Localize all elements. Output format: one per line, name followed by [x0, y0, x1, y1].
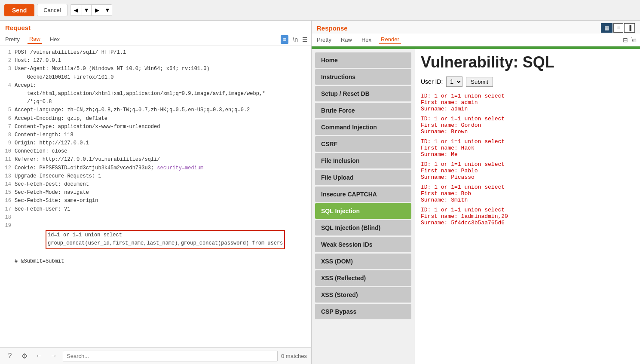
- line-3: 3 User-Agent: Mozilla/5.0 (Windows NT 10…: [4, 65, 307, 81]
- result-2-surname: Surname: Brown: [421, 128, 634, 135]
- tab-icons: ≡ \n ☰: [281, 35, 308, 44]
- result-5-id: ID: 1 or 1=1 union select: [421, 184, 634, 190]
- request-header: Request: [0, 21, 311, 33]
- page-title: Vulnerability: SQL: [421, 53, 634, 71]
- result-2-firstname: First name: Gordon: [421, 122, 634, 128]
- next-button[interactable]: ▶: [92, 5, 103, 15]
- response-tab-bar: Pretty Raw Hex Render ⊟ \n: [312, 34, 640, 46]
- tab-pretty[interactable]: Pretty: [3, 35, 21, 43]
- line-4: 4 Accept: text/html,application/xhtml+xm…: [4, 82, 307, 107]
- nav-home[interactable]: Home: [315, 52, 411, 68]
- menu-icon-button[interactable]: ☰: [302, 36, 308, 43]
- request-footer: ? ⚙ ← → 0 matches: [0, 347, 311, 364]
- view-grid-button[interactable]: ▦: [601, 23, 612, 33]
- nav-brute-force[interactable]: Brute Force: [315, 103, 411, 118]
- result-3-id: ID: 1 or 1=1 union select: [421, 138, 634, 145]
- search-input[interactable]: [63, 351, 278, 361]
- response-newline-button[interactable]: \n: [631, 37, 637, 43]
- line-16: 16 Sec-Fetch-Site: same-origin: [4, 197, 307, 205]
- response-tab-raw[interactable]: Raw: [339, 36, 354, 44]
- nav-weak-session-ids[interactable]: Weak Session IDs: [315, 237, 411, 252]
- view-col-button[interactable]: ▐: [624, 23, 635, 33]
- user-id-row: User ID: 1 2 3 Submit: [421, 76, 634, 87]
- line-5: 5 Accept-Language: zh-CN,zh;q=0.8,zh-TW;…: [4, 106, 307, 114]
- line-11: 11 Referer: http://127.0.0.1/vulnerabili…: [4, 156, 307, 164]
- nav-xss-dom[interactable]: XSS (DOM): [315, 254, 411, 269]
- tab-hex[interactable]: Hex: [48, 35, 61, 43]
- nav-sql-injection-blind[interactable]: SQL Injection (Blind): [315, 220, 411, 236]
- result-5-surname: Surname: Smith: [421, 197, 634, 203]
- line-8: 8 Content-Length: 118: [4, 131, 307, 139]
- response-panel: Response ▦ ≡ ▐ Pretty Raw Hex Render ⊟ \…: [312, 21, 640, 364]
- result-1: ID: 1 or 1=1 union select First name: ad…: [421, 93, 634, 112]
- dvwa-sidebar: Home Instructions Setup / Reset DB Brute…: [312, 49, 415, 364]
- line-9: 9 Origin: http://127.0.0.1: [4, 139, 307, 147]
- nav-sql-injection[interactable]: SQL Injection: [315, 203, 411, 219]
- dvwa-main-content: Vulnerability: SQL User ID: 1 2 3 Submit…: [415, 49, 640, 364]
- result-2-id: ID: 1 or 1=1 union select: [421, 116, 634, 122]
- send-button[interactable]: Send: [4, 4, 34, 16]
- main-layout: Request Pretty Raw Hex ≡ \n ☰ 1 POST /vu…: [0, 21, 640, 364]
- nav-instructions[interactable]: Instructions: [315, 69, 411, 85]
- line-13: 13 Upgrade-Insecure-Requests: 1: [4, 172, 307, 180]
- newline-icon-button[interactable]: \n: [293, 36, 298, 43]
- result-5: ID: 1 or 1=1 union select First name: Bo…: [421, 184, 634, 203]
- result-4-surname: Surname: Picasso: [421, 174, 634, 180]
- response-content: Pretty Raw Hex Render ⊟ \n Home Instruct…: [312, 34, 640, 364]
- result-3: ID: 1 or 1=1 union select First name: Ha…: [421, 138, 634, 158]
- line-14: 14 Sec-Fetch-Dest: document: [4, 180, 307, 189]
- view-list-button[interactable]: ≡: [613, 23, 623, 33]
- cancel-button[interactable]: Cancel: [37, 4, 67, 16]
- tab-raw[interactable]: Raw: [28, 35, 42, 44]
- match-count: 0 matches: [281, 353, 307, 359]
- line-7: 7 Content-Type: application/x-www-form-u…: [4, 123, 307, 131]
- result-4-firstname: First name: Pablo: [421, 168, 634, 174]
- nav-insecure-captcha[interactable]: Insecure CAPTCHA: [315, 187, 411, 202]
- response-header: Response: [317, 24, 348, 32]
- line-6: 6 Accept-Encoding: gzip, deflate: [4, 115, 307, 123]
- line-15: 15 Sec-Fetch-Mode: navigate: [4, 189, 307, 197]
- submit-button[interactable]: Submit: [466, 77, 493, 87]
- line-1: 1 POST /vulnerabilities/sqli/ HTTP/1.1: [4, 49, 307, 57]
- help-icon-button[interactable]: ?: [4, 350, 15, 361]
- nav-command-injection[interactable]: Command Injection: [315, 119, 411, 135]
- forward-icon-button[interactable]: →: [48, 350, 59, 361]
- request-content: 1 POST /vulnerabilities/sqli/ HTTP/1.1 2…: [0, 46, 311, 347]
- result-4-id: ID: 1 or 1=1 union select: [421, 161, 634, 168]
- nav-setup-reset-db[interactable]: Setup / Reset DB: [315, 86, 411, 101]
- nav-csp-bypass[interactable]: CSP Bypass: [315, 304, 411, 319]
- response-tab-hex[interactable]: Hex: [360, 36, 373, 44]
- copy-icon-button[interactable]: ≡: [281, 35, 288, 44]
- result-5-firstname: First name: Bob: [421, 190, 634, 197]
- result-6-surname: Surname: 5f4dcc3b5aa765d6: [421, 220, 634, 226]
- nav-button-group: ◀ ▼ ▶ ▼: [70, 4, 113, 16]
- result-6: ID: 1 or 1=1 union select First name: 1a…: [421, 207, 634, 226]
- response-tab-render[interactable]: Render: [379, 35, 401, 44]
- result-4: ID: 1 or 1=1 union select First name: Pa…: [421, 161, 634, 180]
- settings-icon-button[interactable]: ⚙: [19, 350, 30, 361]
- line-17: 17 Sec-Fetch-User: ?1: [4, 205, 307, 214]
- line-20-submit: # &Submit=Submit: [4, 257, 307, 266]
- response-tab-pretty[interactable]: Pretty: [315, 36, 333, 44]
- prev-dropdown-button[interactable]: ▼: [82, 5, 92, 15]
- nav-xss-stored[interactable]: XSS (Stored): [315, 287, 411, 303]
- response-copy-button[interactable]: ⊟: [623, 37, 628, 43]
- line-2: 2 Host: 127.0.0.1: [4, 57, 307, 65]
- result-6-id: ID: 1 or 1=1 union select: [421, 207, 634, 213]
- request-tab-bar: Pretty Raw Hex ≡ \n ☰: [0, 33, 311, 46]
- nav-csrf[interactable]: CSRF: [315, 136, 411, 152]
- back-icon-button[interactable]: ←: [34, 350, 45, 361]
- next-dropdown-button[interactable]: ▼: [103, 5, 112, 15]
- result-1-surname: Surname: admin: [421, 106, 634, 112]
- nav-file-inclusion[interactable]: File Inclusion: [315, 153, 411, 168]
- nav-xss-reflected[interactable]: XSS (Reflected): [315, 270, 411, 286]
- line-19-injection: 19 id=1 or 1=1 union selectgroup_concat(…: [4, 222, 307, 257]
- result-3-firstname: First name: Hack: [421, 145, 634, 151]
- response-tab-icons: ⊟ \n: [623, 37, 637, 43]
- user-id-select[interactable]: 1 2 3: [446, 76, 462, 87]
- nav-file-upload[interactable]: File Upload: [315, 170, 411, 185]
- prev-button[interactable]: ◀: [70, 5, 82, 15]
- view-icons: ▦ ≡ ▐: [601, 23, 635, 33]
- toolbar: Send Cancel ◀ ▼ ▶ ▼: [0, 0, 640, 21]
- result-6-firstname: First name: 1adminadmin,20: [421, 213, 634, 220]
